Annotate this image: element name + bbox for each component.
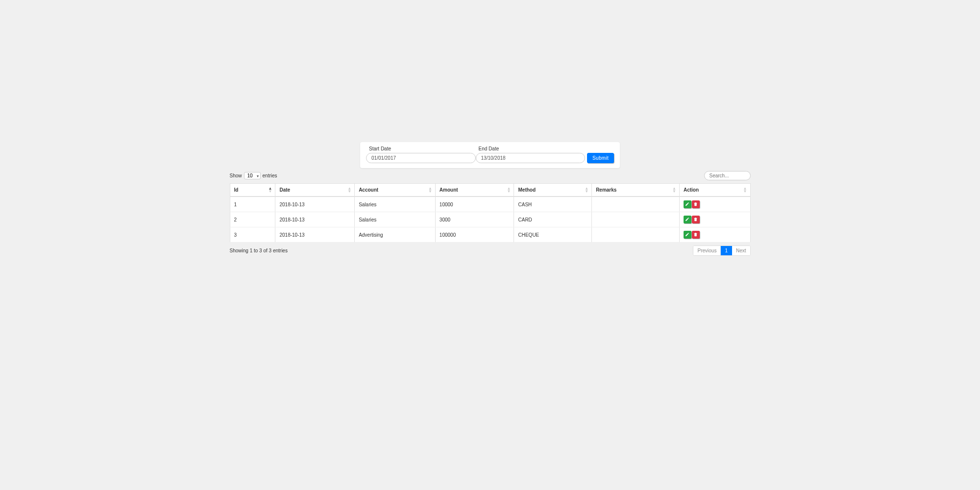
trash-icon	[693, 232, 698, 238]
sort-icon: ▲▼	[347, 187, 351, 193]
pencil-icon	[685, 217, 689, 222]
cell-remarks	[592, 212, 680, 227]
cell-account: Salaries	[355, 212, 436, 227]
cell-id: 3	[230, 227, 275, 243]
cell-remarks	[592, 196, 680, 212]
delete-button[interactable]	[692, 216, 700, 223]
col-header-amount[interactable]: Amount ▲▼	[435, 184, 514, 197]
cell-amount: 3000	[435, 212, 514, 227]
edit-button[interactable]	[684, 231, 691, 239]
start-date-input[interactable]	[366, 153, 476, 163]
end-date-group: End Date	[476, 146, 586, 163]
submit-button[interactable]: Submit	[587, 153, 614, 163]
cell-date: 2018-10-13	[275, 196, 355, 212]
entries-label: entries	[263, 173, 277, 178]
table-controls: Show 10 entries	[230, 171, 751, 180]
cell-remarks	[592, 227, 680, 243]
cell-id: 1	[230, 196, 275, 212]
cell-id: 2	[230, 212, 275, 227]
pagination-next[interactable]: Next	[732, 246, 750, 255]
sort-icon: ▲▼	[269, 187, 272, 193]
col-header-date[interactable]: Date ▲▼	[275, 184, 355, 197]
delete-button[interactable]	[692, 231, 700, 239]
trash-icon	[693, 217, 698, 222]
table-info: Showing 1 to 3 of 3 entries	[230, 248, 288, 253]
length-select-wrap: 10	[244, 172, 261, 179]
cell-account: Salaries	[355, 196, 436, 212]
show-label: Show	[230, 173, 242, 178]
end-date-input[interactable]	[476, 153, 586, 163]
col-header-remarks[interactable]: Remarks ▲▼	[592, 184, 680, 197]
cell-method: CARD	[514, 212, 592, 227]
pagination: Previous 1 Next	[693, 245, 750, 256]
search-input[interactable]	[704, 171, 751, 180]
delete-button[interactable]	[692, 200, 700, 208]
cell-account: Advertising	[355, 227, 436, 243]
cell-date: 2018-10-13	[275, 227, 355, 243]
date-filter-card: Start Date End Date Submit	[360, 142, 620, 168]
pencil-icon	[685, 202, 689, 207]
table-row: 22018-10-13Salaries3000CARD	[230, 212, 750, 227]
cell-date: 2018-10-13	[275, 212, 355, 227]
trash-icon	[693, 202, 698, 207]
col-header-account[interactable]: Account ▲▼	[355, 184, 436, 197]
edit-button[interactable]	[684, 200, 691, 208]
cell-amount: 100000	[435, 227, 514, 243]
data-table: Id ▲▼ Date ▲▼ Account ▲▼ Amount ▲▼ Metho…	[230, 183, 751, 243]
col-header-id[interactable]: Id ▲▼	[230, 184, 275, 197]
table-footer: Showing 1 to 3 of 3 entries Previous 1 N…	[230, 245, 751, 256]
cell-action	[679, 196, 750, 212]
sort-icon: ▲▼	[585, 187, 588, 193]
length-control: Show 10 entries	[230, 172, 277, 179]
table-row: 12018-10-13Salaries10000CASH	[230, 196, 750, 212]
pencil-icon	[685, 232, 689, 238]
sort-icon: ▲▼	[672, 187, 676, 193]
col-header-action[interactable]: Action ▲▼	[679, 184, 750, 197]
sort-icon: ▲▼	[507, 187, 511, 193]
cell-action	[679, 212, 750, 227]
cell-action	[679, 227, 750, 243]
start-date-group: Start Date	[366, 146, 476, 163]
col-header-method[interactable]: Method ▲▼	[514, 184, 592, 197]
cell-amount: 10000	[435, 196, 514, 212]
start-date-label: Start Date	[366, 146, 476, 151]
length-select[interactable]: 10	[244, 172, 261, 179]
edit-button[interactable]	[684, 216, 691, 223]
page-container: Start Date End Date Submit Show 10 entri…	[230, 0, 751, 256]
sort-icon: ▲▼	[428, 187, 432, 193]
cell-method: CHEQUE	[514, 227, 592, 243]
table-row: 32018-10-13Advertising100000CHEQUE	[230, 227, 750, 243]
pagination-prev[interactable]: Previous	[693, 246, 721, 255]
pagination-page-1[interactable]: 1	[721, 246, 732, 255]
sort-icon: ▲▼	[743, 187, 747, 193]
end-date-label: End Date	[476, 146, 586, 151]
cell-method: CASH	[514, 196, 592, 212]
